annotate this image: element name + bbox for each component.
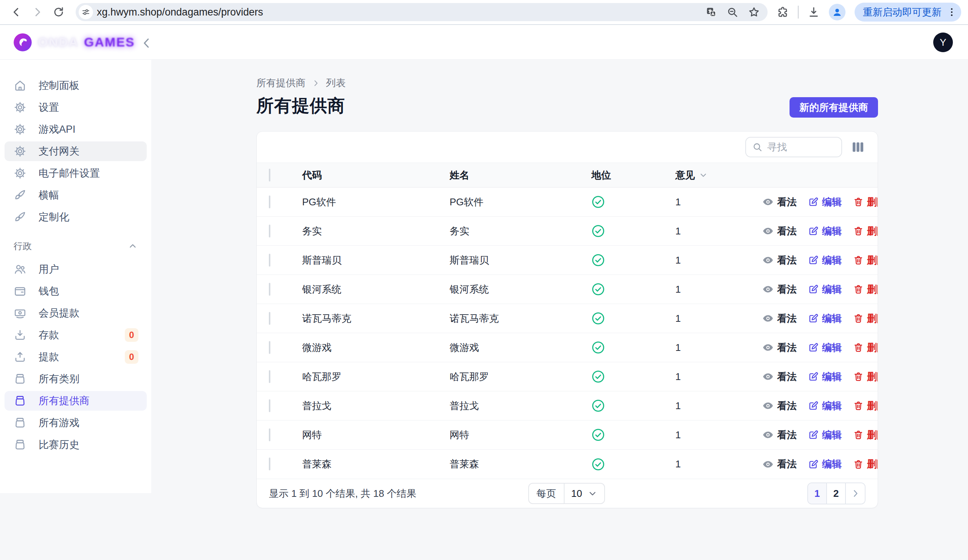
view-button[interactable]: 看法 — [762, 457, 797, 471]
view-button[interactable]: 看法 — [762, 370, 797, 383]
edit-button[interactable]: 编辑 — [808, 254, 842, 267]
delete-button[interactable]: 删除 — [853, 341, 878, 354]
sidebar-item-cash[interactable]: 会员提款 — [5, 303, 147, 323]
sidebar-main-group: 控制面板 设置 游戏API 支付网关 电子邮件设置 横幅 定制化 — [5, 76, 147, 227]
sidebar-item-icon — [13, 438, 27, 451]
delete-button[interactable]: 删除 — [853, 312, 878, 325]
sidebar-section-admin[interactable]: 行政 — [5, 240, 147, 253]
delete-button[interactable]: 删除 — [853, 370, 878, 383]
delete-button[interactable]: 删除 — [853, 399, 878, 413]
view-button[interactable]: 看法 — [762, 341, 797, 354]
site-info-icon[interactable] — [79, 5, 93, 19]
trash-icon — [853, 255, 864, 265]
profile-icon[interactable] — [829, 4, 845, 20]
delete-button[interactable]: 删除 — [853, 457, 878, 471]
sidebar-item-wallet[interactable]: 钱包 — [5, 281, 147, 301]
browser-reload-button[interactable] — [49, 3, 68, 22]
edit-button[interactable]: 编辑 — [808, 196, 842, 209]
browser-back-button[interactable] — [7, 3, 26, 22]
browser-forward-button[interactable] — [28, 3, 47, 22]
sidebar-item-archive[interactable]: 所有类别 — [5, 369, 147, 389]
brand-name-secondary: GAMES — [84, 35, 135, 50]
cell-code: 微游戏 — [302, 341, 449, 354]
sidebar-item-gear[interactable]: 电子邮件设置 — [5, 163, 147, 183]
delete-button[interactable]: 删除 — [853, 283, 878, 296]
row-checkbox[interactable] — [269, 341, 270, 354]
sidebar-item-gear[interactable]: 游戏API — [5, 119, 147, 139]
row-checkbox[interactable] — [269, 225, 270, 237]
columns-toggle-button[interactable] — [850, 139, 865, 155]
edit-button[interactable]: 编辑 — [808, 312, 842, 325]
sidebar-item-upload[interactable]: 提款 0 — [5, 347, 147, 367]
edit-button[interactable]: 编辑 — [808, 457, 842, 471]
view-button[interactable]: 看法 — [762, 254, 797, 267]
downloads-icon[interactable] — [808, 6, 820, 18]
row-checkbox[interactable] — [269, 428, 270, 441]
menu-kebab-icon[interactable] — [946, 7, 957, 18]
sidebar-item-download[interactable]: 存款 0 — [5, 325, 147, 345]
sidebar-item-archive[interactable]: 所有提供商 — [5, 391, 147, 411]
row-checkbox[interactable] — [269, 283, 270, 296]
edit-button[interactable]: 编辑 — [808, 399, 842, 413]
view-button[interactable]: 看法 — [762, 196, 797, 209]
translate-icon[interactable] — [706, 7, 717, 18]
sidebar-collapse-button[interactable] — [138, 35, 155, 51]
row-checkbox[interactable] — [269, 254, 270, 267]
delete-button[interactable]: 删除 — [853, 225, 878, 238]
per-page-value[interactable]: 10 — [565, 484, 604, 503]
sidebar-item-label: 钱包 — [38, 284, 138, 298]
delete-button[interactable]: 删除 — [853, 428, 878, 442]
edit-button[interactable]: 编辑 — [808, 428, 842, 442]
sidebar-item-users[interactable]: 用户 — [5, 259, 147, 279]
per-page-select[interactable]: 每页 10 — [528, 483, 605, 504]
status-active-icon — [592, 399, 675, 413]
page-button-1[interactable]: 1 — [808, 483, 827, 504]
column-header-opinion[interactable]: 意见 — [675, 169, 762, 182]
edit-button[interactable]: 编辑 — [808, 341, 842, 354]
update-chip[interactable]: 重新启动即可更新 — [855, 3, 961, 22]
cell-code: 务实 — [302, 225, 449, 238]
select-all-checkbox[interactable] — [269, 169, 270, 182]
edit-button[interactable]: 编辑 — [808, 283, 842, 296]
sidebar-item-archive[interactable]: 比赛历史 — [5, 435, 147, 454]
view-button[interactable]: 看法 — [762, 428, 797, 442]
edit-icon — [808, 226, 819, 236]
edit-icon — [808, 197, 819, 207]
bookmark-star-icon[interactable] — [748, 6, 760, 18]
page-button-2[interactable]: 2 — [827, 483, 846, 504]
sidebar-item-brush[interactable]: 定制化 — [5, 207, 147, 227]
view-button[interactable]: 看法 — [762, 312, 797, 325]
view-button[interactable]: 看法 — [762, 225, 797, 238]
view-button[interactable]: 看法 — [762, 399, 797, 413]
edit-button[interactable]: 编辑 — [808, 370, 842, 383]
breadcrumb-item-providers[interactable]: 所有提供商 — [256, 76, 305, 89]
url-text[interactable]: xg.hwym.shop/ondagames/providers — [97, 7, 702, 18]
search-box[interactable] — [745, 137, 842, 157]
sidebar-item-gear[interactable]: 支付网关 — [5, 141, 147, 161]
delete-button[interactable]: 删除 — [853, 196, 878, 209]
row-checkbox[interactable] — [269, 370, 270, 383]
delete-button[interactable]: 删除 — [853, 254, 878, 267]
sidebar-item-home[interactable]: 控制面板 — [5, 76, 147, 95]
row-checkbox[interactable] — [269, 457, 270, 471]
cell-name: 哈瓦那罗 — [449, 370, 592, 383]
cell-name: 普莱森 — [449, 457, 592, 471]
zoom-icon[interactable] — [727, 7, 738, 18]
sidebar-item-label: 定制化 — [38, 210, 138, 224]
sidebar-item-archive[interactable]: 所有游戏 — [5, 413, 147, 432]
address-bar[interactable]: xg.hwym.shop/ondagames/providers — [76, 3, 767, 21]
extensions-icon[interactable] — [777, 6, 789, 18]
user-avatar[interactable]: Y — [933, 33, 953, 52]
row-checkbox[interactable] — [269, 399, 270, 412]
search-input[interactable] — [767, 141, 828, 153]
row-checkbox[interactable] — [269, 312, 270, 325]
next-page-button[interactable] — [846, 483, 865, 504]
view-button[interactable]: 看法 — [762, 283, 797, 296]
edit-button[interactable]: 编辑 — [808, 225, 842, 238]
cell-opinion: 1 — [675, 400, 762, 412]
new-provider-button[interactable]: 新的所有提供商 — [789, 97, 878, 118]
row-checkbox[interactable] — [269, 196, 270, 208]
sidebar-item-gear[interactable]: 设置 — [5, 98, 147, 117]
sidebar-item-brush[interactable]: 横幅 — [5, 185, 147, 205]
trash-icon — [853, 429, 864, 440]
